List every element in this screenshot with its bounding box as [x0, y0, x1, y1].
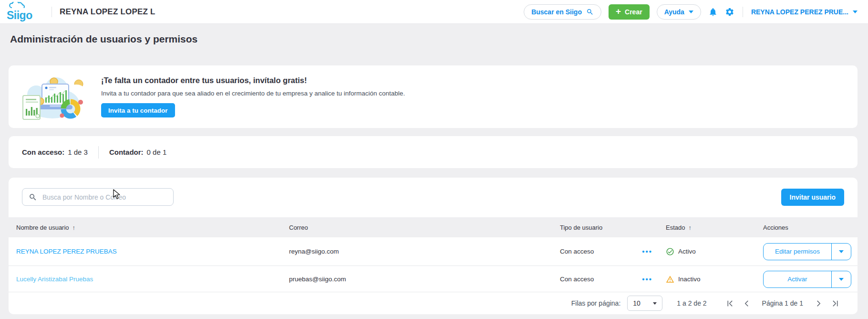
top-header: Siigo REYNA LOPEZ LOPEZ L Buscar en Siig… [0, 0, 868, 24]
user-menu[interactable]: REYNA LOPEZ PEREZ PRUE... [751, 8, 858, 16]
stats-divider [98, 146, 99, 159]
invite-accountant-button[interactable]: Invita a tu contador [101, 103, 175, 117]
column-header-name[interactable]: Nombre de usuario ↑ [16, 224, 289, 231]
header-actions: Buscar en Siigo + Crear Ayuda [524, 4, 858, 20]
accountant-label: Contador: [109, 148, 144, 156]
settings-gear-icon[interactable] [725, 7, 734, 17]
header-divider [52, 7, 52, 17]
next-page-icon[interactable] [814, 300, 824, 307]
banner-title: ¡Te falta un contador entre tus usuarios… [101, 76, 405, 85]
user-search-input[interactable] [42, 193, 167, 201]
with-access-stat: Con acceso: 1 de 3 [22, 148, 88, 156]
rows-per-page-value: 10 [633, 299, 641, 307]
edit-permissions-button[interactable]: Editar permisos [764, 244, 832, 260]
banner-illustration [21, 72, 89, 122]
user-type-cell: Con acceso ••• [560, 247, 666, 255]
more-options-icon[interactable]: ••• [642, 275, 652, 283]
user-email: pruebas@siigo.com [289, 276, 560, 283]
user-type-cell: Con acceso ••• [560, 275, 666, 283]
rows-per-page-label: Filas por página: [571, 299, 621, 307]
pagination-bar: Filas por página: 10 1 a 2 de 2 Página 1… [9, 292, 858, 314]
help-label: Ayuda [664, 8, 684, 16]
row-range-text: 1 a 2 de 2 [677, 299, 706, 307]
accountant-value: 0 de 1 [147, 148, 167, 156]
user-name-link[interactable]: Lucelly Aristizabal Pruebas [16, 276, 289, 283]
create-label: Crear [625, 8, 642, 16]
status-badge: Activo [678, 248, 696, 255]
chevron-down-icon [653, 302, 657, 305]
column-header-user-type: Tipo de usuario [560, 224, 666, 231]
row-action-split-button: Editar permisos [763, 243, 851, 260]
chevron-down-icon [839, 278, 844, 281]
activate-user-button[interactable]: Activar [764, 271, 832, 287]
chevron-down-icon [853, 11, 858, 13]
column-header-email: Correo [289, 224, 560, 231]
global-search-label: Buscar en Siigo [531, 8, 582, 16]
with-access-label: Con acceso: [22, 148, 64, 156]
row-action-split-button: Activar [763, 271, 851, 288]
with-access-value: 1 de 3 [68, 148, 88, 156]
status-cell: Inactivo [666, 275, 763, 284]
accountant-banner: ¡Te falta un contador entre tus usuarios… [9, 65, 858, 128]
search-icon [586, 8, 594, 16]
action-dropdown-toggle[interactable] [832, 244, 851, 260]
user-name-link[interactable]: REYNA LOPEZ PEREZ PRUEBAS [16, 248, 289, 255]
invite-user-button[interactable]: Invitar usuario [781, 189, 844, 206]
page-title: Administración de usuarios y permisos [10, 33, 197, 45]
column-header-status[interactable]: Estado ↑ [666, 224, 763, 231]
mouse-cursor [113, 189, 122, 202]
table-header-row: Nombre de usuario ↑ Correo Tipo de usuar… [9, 217, 858, 237]
help-button[interactable]: Ayuda [657, 4, 701, 20]
cloud-icon [9, 2, 36, 11]
banner-text: ¡Te falta un contador entre tus usuarios… [101, 76, 405, 117]
user-type-value: Con acceso [560, 248, 594, 255]
user-search-box[interactable] [22, 188, 174, 206]
siigo-logo[interactable]: Siigo [7, 3, 44, 21]
user-email: reyna@siigo.com [289, 248, 560, 255]
last-page-icon[interactable] [830, 300, 840, 307]
previous-page-icon[interactable] [742, 300, 752, 307]
first-page-icon[interactable] [725, 300, 735, 307]
sort-asc-icon: ↑ [72, 224, 76, 231]
users-table-card: Invitar usuario Nombre de usuario ↑ Corr… [9, 178, 858, 314]
usage-stats-card: Con acceso: 1 de 3 Contador: 0 de 1 [9, 136, 858, 168]
banner-description: Invita a tu contador para que sea aliado… [101, 90, 405, 97]
page-indicator-text: Página 1 de 1 [762, 299, 803, 307]
sort-asc-icon: ↑ [688, 224, 692, 231]
logo-text: Siigo [7, 10, 32, 21]
global-search-button[interactable]: Buscar en Siigo [524, 4, 601, 20]
user-menu-label: REYNA LOPEZ PEREZ PRUE... [751, 8, 848, 16]
column-header-actions: Acciones [763, 224, 858, 231]
accountant-stat: Contador: 0 de 1 [109, 148, 166, 156]
header-divider [743, 7, 743, 17]
app-root: Siigo REYNA LOPEZ LOPEZ L Buscar en Siig… [0, 0, 868, 319]
action-dropdown-toggle[interactable] [832, 271, 851, 287]
user-type-value: Con acceso [560, 276, 594, 283]
chevron-down-icon [689, 11, 693, 13]
plus-icon: + [616, 7, 621, 16]
status-warning-icon [666, 275, 674, 284]
table-row: REYNA LOPEZ PEREZ PRUEBAS reyna@siigo.co… [9, 237, 858, 266]
search-icon [29, 193, 37, 202]
table-row: Lucelly Aristizabal Pruebas pruebas@siig… [9, 266, 858, 292]
create-button[interactable]: + Crear [609, 4, 650, 20]
notifications-bell-icon[interactable] [708, 7, 718, 17]
status-badge: Inactivo [678, 276, 701, 283]
status-cell: Activo [666, 247, 763, 256]
rows-per-page-select[interactable]: 10 [627, 296, 662, 311]
more-options-icon[interactable]: ••• [642, 247, 652, 255]
chevron-down-icon [839, 250, 844, 253]
table-toolbar: Invitar usuario [9, 178, 858, 206]
status-active-check-icon [666, 247, 674, 256]
company-name: REYNA LOPEZ LOPEZ L [60, 7, 155, 17]
